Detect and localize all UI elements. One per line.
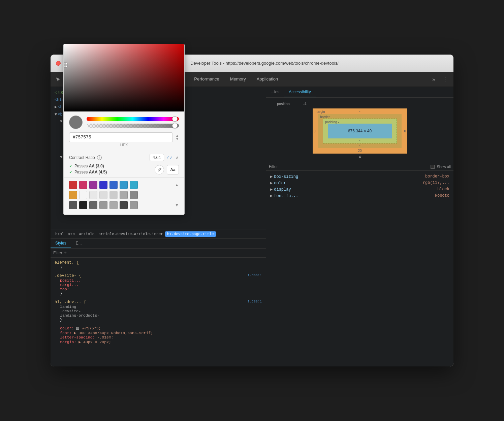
css-file-link[interactable]: t.css:1 [248,273,262,277]
breadcrumb-html[interactable]: html [53,231,66,237]
swatch[interactable] [99,181,107,189]
swatch[interactable] [99,201,107,209]
swatches-scroll-down[interactable]: ▼ [175,203,179,207]
contrast-ratio-label: Contrast Ratio [69,155,95,160]
more-tabs-button[interactable]: » [430,76,438,83]
gradient-cursor[interactable] [63,63,67,67]
hex-label: HEX [69,143,179,147]
swatch[interactable] [99,191,107,199]
right-panel: ...ies Accessibility position -4 margin … [266,87,453,366]
swatch[interactable] [69,181,77,189]
swatch[interactable] [89,201,97,209]
passes-list: ✓ Passes AA (3.0) ✓ Passes AAA (4.5) [69,164,107,174]
breadcrumb-article[interactable]: article [77,231,96,237]
content-dimensions: 676.344 × 40 [348,129,372,133]
expand-icon[interactable]: ▶ [270,187,273,192]
swatch[interactable] [120,201,128,209]
expand-icon[interactable]: ▶ [270,174,273,179]
swatch[interactable] [89,191,97,199]
swatch[interactable] [109,191,118,199]
css-block-main: color: #757575; font: ▶ 300 34px/40px Ro… [55,326,262,344]
breadcrumb-tc[interactable]: #tc [66,231,77,237]
expand-icon[interactable]: ▶ [270,181,273,186]
rt-tab-ies[interactable]: ...ies [266,87,284,97]
swatch[interactable] [69,191,77,199]
breadcrumb: html #tc article article.devsite-article… [51,229,266,238]
contrast-title: Contrast Ratio i [69,155,102,160]
add-style-rule-button[interactable]: + [64,250,67,256]
info-icon[interactable]: i [97,155,102,160]
aa-preview-button[interactable]: Aa [167,165,179,174]
swatch[interactable] [79,201,87,209]
pass-aaa-row: ✓ Passes AAA (4.5) [69,170,107,174]
menu-button[interactable]: ⋮ [439,76,451,83]
hue-thumb[interactable] [172,116,178,122]
box-content: 676.344 × 40 [328,124,392,138]
swatch[interactable] [69,201,77,209]
swatch[interactable] [79,181,87,189]
contrast-value: 4.61 ✓✓ [150,154,173,161]
hex-input[interactable] [69,132,173,142]
show-all-row: Show all [431,165,451,169]
css-line: .devsite- [55,309,262,313]
hue-slider[interactable] [87,117,179,121]
box-margin: margin - 0 0 border - padding - - 676.34… [313,108,407,154]
show-all-checkbox[interactable] [431,165,435,169]
styles-content: element. { } t.css:1 .devsite- { positi.… [51,258,266,351]
alpha-slider[interactable] [87,124,179,128]
eyedropper-button[interactable] [155,165,164,174]
border-top: - [359,115,360,119]
computed-row: ▶color rgb(117,... [270,180,449,186]
color-gradient[interactable] [64,55,184,111]
swatch[interactable] [79,191,87,199]
swatch-row-3: ▼ [69,201,179,209]
swatch[interactable] [89,181,97,189]
css-line: margi... [55,283,262,287]
swatch[interactable] [109,201,118,209]
arrow-down-icon[interactable]: ▼ [176,137,179,141]
margin-label: margin [315,110,325,114]
computed-row: ▶display block [270,186,449,193]
swatch[interactable] [120,191,128,199]
inspect-icon[interactable] [53,75,63,84]
alpha-thumb[interactable] [172,123,178,128]
css-block-devsite: t.css:1 .devsite- { positi... margi... t… [55,273,262,296]
computed-filter-label: Filter [269,164,278,169]
format-arrows[interactable]: ▲ ▼ [176,134,179,141]
css-selector: element. { [55,260,262,265]
arrow-up-icon[interactable]: ▲ [176,134,179,137]
tab-computed[interactable]: E... [71,239,87,248]
css-block-element: element. { } [55,260,262,269]
contrast-header: Contrast Ratio i 4.61 ✓✓ ∧ [69,154,179,161]
breadcrumb-h1[interactable]: h1.devsite-page-title [165,231,216,237]
breadcrumb-article-inner[interactable]: article.devsite-article-inner [96,231,165,237]
border-bottom: - [359,143,360,147]
swatches-scroll-up[interactable]: ▲ [175,183,179,187]
contrast-expand-button[interactable]: ∧ [176,155,179,160]
tab-memory[interactable]: Memory [225,72,251,87]
prop-value: block [437,187,449,192]
css-line: landing- [55,304,262,309]
position-value: -4 [303,102,307,106]
swatch[interactable] [130,191,138,199]
tab-application[interactable]: Application [251,72,284,87]
css-line: positi... [55,278,262,283]
right-filter-row: Filter Show all [266,163,453,171]
color-swatch-preview[interactable] [69,116,83,129]
swatch[interactable] [120,181,128,189]
margin-top: - [359,109,360,113]
css-property-color: color: #757575; [55,326,262,330]
tab-styles[interactable]: Styles [51,239,71,248]
expand-icon[interactable]: ▶ [270,194,273,198]
prop-value: rgb(117,... [423,181,449,186]
swatch[interactable] [130,201,138,209]
box-padding: padding - - 676.344 × 40 - [323,119,397,143]
close-button[interactable] [56,61,61,66]
tab-performance[interactable]: Performance [189,72,224,87]
css-file-link2[interactable]: t.css:1 [248,300,262,303]
box-border: border - padding - - 676.344 × 40 - - [318,114,402,148]
rt-tab-accessibility[interactable]: Accessibility [284,87,315,97]
prop-name: font-fa... [274,194,298,198]
swatch[interactable] [130,181,138,189]
swatch[interactable] [109,181,118,189]
